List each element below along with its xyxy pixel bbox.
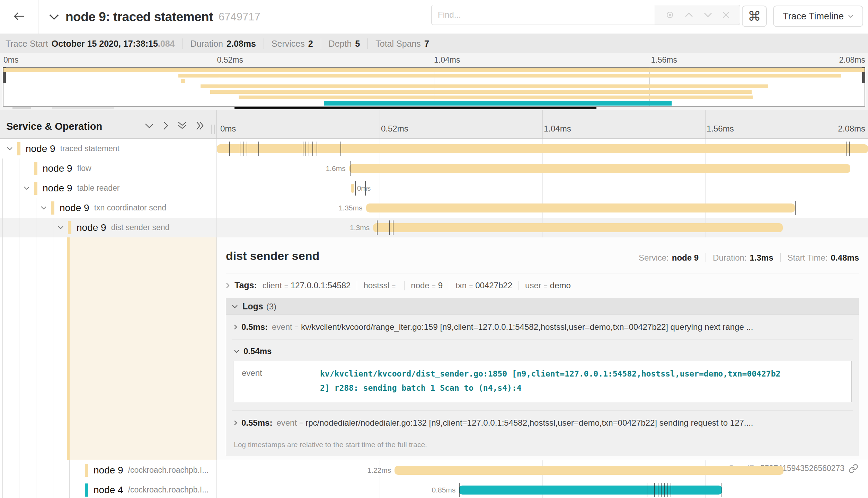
span-row-node9-batch[interactable]: node 9 /cockroach.roachpb.I... 1.22ms	[0, 460, 868, 480]
span-row-dist-sender-send[interactable]: node 9 dist sender send 1.3ms	[0, 218, 868, 237]
expand-all-double-chevron-right-icon[interactable]	[196, 121, 204, 130]
total-spans-item: Total Spans7	[375, 39, 429, 49]
trace-view-selector[interactable]: Trace Timeline	[773, 6, 863, 27]
span-service: node 9	[43, 163, 72, 174]
collapse-trace-chevron-down-icon[interactable]	[49, 14, 59, 20]
span-detail-accent-bar	[67, 237, 70, 460]
span-timeline-cell[interactable]: 1.6ms	[216, 159, 868, 178]
minimap-span-bar	[239, 96, 753, 99]
span-service: node 9	[60, 202, 89, 214]
minimap-span-bar	[201, 84, 768, 88]
tree-guide-line	[53, 218, 53, 498]
find-next-chevron-down-icon[interactable]	[703, 12, 712, 18]
column-resizer-handle[interactable]	[211, 125, 215, 134]
horizontal-scrollbar-thumb[interactable]	[234, 107, 596, 109]
span-row-flow[interactable]: node 9 flow 1.6ms	[0, 159, 868, 178]
trace-minimap[interactable]: 0ms 0.52ms 1.04ms 1.56ms 2.08ms	[0, 53, 868, 110]
span-color-bar	[34, 182, 37, 195]
span-row-table-reader[interactable]: node 9 table reader 0ms	[0, 178, 868, 198]
span-rows: node 9 traced statement node 9 flow 1.6m…	[0, 139, 868, 498]
span-timeline-cell[interactable]: 1.3ms	[216, 218, 868, 237]
span-row-node4-batch[interactable]: node 4 /cockroach.roachpb.I... 0.85ms	[0, 480, 868, 498]
back-button[interactable]	[0, 0, 38, 34]
find-input[interactable]	[431, 5, 655, 25]
find-prev-chevron-up-icon[interactable]	[684, 12, 693, 18]
logs-accordion-header[interactable]: Logs (3)	[226, 298, 859, 315]
span-duration-bar[interactable]	[395, 466, 783, 475]
span-row-txn-coordinator-send[interactable]: node 9 txn coordinator send 1.35ms	[0, 198, 868, 218]
log-entry-expanded-header[interactable]: 0.54ms	[232, 339, 853, 357]
span-name-cell[interactable]: node 9 flow	[0, 159, 216, 178]
divider	[226, 273, 859, 273]
span-duration-bar[interactable]	[349, 164, 851, 173]
log-field-key: event	[272, 322, 292, 332]
span-color-bar	[68, 221, 71, 234]
service-operation-title: Service & Operation	[6, 121, 102, 132]
span-timeline-cell[interactable]: 0ms	[216, 178, 868, 198]
span-name-cell[interactable]: node 9 traced statement	[0, 139, 216, 159]
divider	[183, 38, 183, 49]
span-duration-bar[interactable]	[459, 486, 722, 495]
span-name-cell[interactable]: node 4 /cockroach.roachpb.I...	[0, 480, 216, 498]
span-color-bar	[85, 464, 88, 477]
tree-guide-line	[2, 159, 3, 498]
log-marker-tick	[795, 201, 796, 215]
divider	[321, 38, 321, 49]
chevron-down-icon[interactable]	[7, 147, 17, 151]
ruler-tick-label: 0.52ms	[381, 124, 408, 134]
log-entry-collapsed[interactable]: 0.5ms: event = kv/kvclient/kvcoord/range…	[232, 315, 853, 339]
span-service: node 9	[26, 143, 55, 154]
locate-crosshair-icon[interactable]	[665, 10, 675, 20]
chevron-down-icon[interactable]	[24, 186, 34, 190]
log-marker-tick	[721, 483, 721, 497]
span-detail-row: dist sender send Service:node 9 Duration…	[0, 237, 868, 460]
span-name-cell[interactable]: node 9 table reader	[0, 178, 216, 198]
span-detail-meta: Service:node 9 Duration:1.3ms Start Time…	[639, 253, 859, 263]
span-timeline-cell[interactable]: 1.22ms	[216, 460, 868, 480]
trace-id: 6749717	[219, 11, 260, 23]
services-item: Services2	[272, 39, 313, 49]
span-duration-bar[interactable]	[351, 184, 354, 193]
span-name-cell[interactable]: node 9 dist sender send	[0, 218, 216, 237]
find-clear-close-icon[interactable]	[722, 11, 730, 19]
span-name-cell[interactable]: node 9 txn coordinator send	[0, 198, 216, 218]
span-service: node 4	[94, 485, 123, 496]
span-name-cell[interactable]: node 9 /cockroach.roachpb.I...	[0, 460, 216, 480]
log-marker-tick	[671, 483, 671, 497]
span-timeline-cell[interactable]: 1.35ms	[216, 198, 868, 218]
log-entry-collapsed[interactable]: 0.55ms: event = rpc/nodedialer/nodediale…	[232, 411, 853, 435]
keyboard-shortcuts-button[interactable]: ⌘	[742, 6, 767, 27]
span-timeline-cell[interactable]: 0.85ms	[216, 480, 868, 498]
minimap-span-bar	[3, 68, 865, 72]
chevron-down-icon[interactable]	[41, 206, 51, 210]
span-duration-bar[interactable]	[366, 203, 795, 212]
tags-accordion[interactable]: Tags: client=127.0.0.1:54582 hostssl= no…	[226, 280, 859, 290]
divider	[264, 38, 264, 49]
span-timeline-cell[interactable]	[216, 139, 868, 159]
span-service: node 9	[77, 222, 106, 233]
trace-summary-bar: Trace Start October 15 2020, 17:38:15.08…	[0, 34, 868, 53]
expand-one-chevron-right-icon[interactable]	[163, 121, 168, 130]
log-marker-tick	[240, 142, 240, 156]
span-duration-bar[interactable]	[217, 144, 868, 153]
log-marker-tick	[658, 483, 658, 497]
gridline	[542, 178, 543, 198]
service-operation-header: Service & Operation	[0, 110, 216, 139]
log-marker-tick	[664, 483, 665, 497]
minimap-span-bar	[324, 101, 672, 106]
log-fields-table: event kv/kvclient/kvcoord/dist_sender.go…	[233, 361, 852, 402]
back-arrow-icon	[14, 12, 25, 22]
chevron-down-icon[interactable]	[57, 226, 68, 229]
span-row-traced-statement[interactable]: node 9 traced statement	[0, 139, 868, 159]
minimap-canvas[interactable]	[3, 67, 865, 107]
span-duration-bar[interactable]	[373, 223, 783, 232]
log-marker-tick	[654, 483, 655, 497]
span-operation: flow	[77, 164, 91, 173]
log-marker-tick	[340, 142, 341, 156]
log-marker-tick	[459, 483, 460, 497]
span-duration-label: 1.22ms	[367, 460, 391, 480]
span-duration-label: 0ms	[357, 178, 371, 198]
collapse-all-double-chevron-down-icon[interactable]	[178, 121, 187, 130]
ruler-tick-label: 1.56ms	[707, 124, 734, 134]
collapse-one-chevron-down-icon[interactable]	[145, 123, 154, 128]
